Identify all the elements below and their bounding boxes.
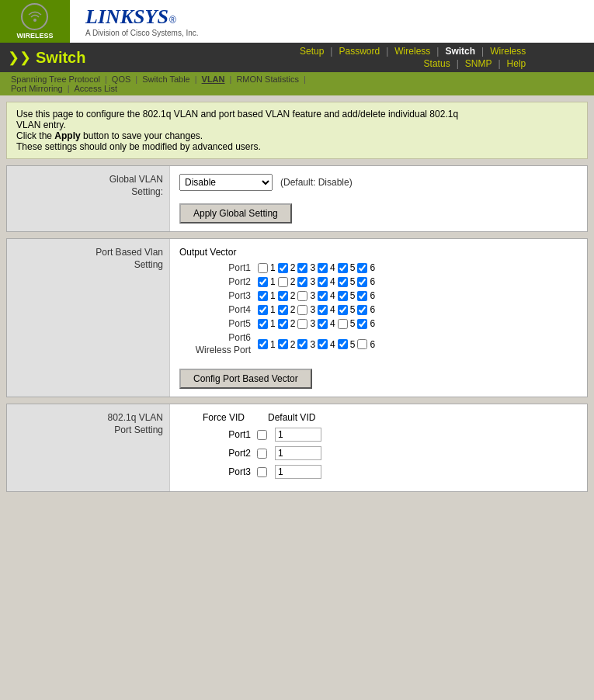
nav-snmp[interactable]: SNMP <box>460 58 497 69</box>
port3-checkboxes: 1 2 3 4 5 6 <box>257 290 375 301</box>
info-box: Use this page to configure the 802.1q VL… <box>6 102 588 159</box>
vlan-port3-default-vid[interactable] <box>275 465 321 479</box>
port5-cb1[interactable] <box>258 319 268 329</box>
svg-point-0 <box>33 19 36 22</box>
port4-checkboxes: 1 2 3 4 5 6 <box>257 304 375 315</box>
table-row: Port1 1 2 3 4 5 6 <box>179 262 578 273</box>
info-line3: Click the Apply button to save your chan… <box>16 130 578 141</box>
info-line1: Use this page to configure the 802.1q VL… <box>16 109 578 120</box>
list-item: Port3 <box>179 465 578 479</box>
nav-password[interactable]: Password <box>334 46 384 57</box>
global-vlan-content: Disable Enable (Default: Disable) Apply … <box>170 166 587 231</box>
vlan-port2-force-checkbox[interactable] <box>257 449 267 459</box>
port6-cb5[interactable] <box>338 339 348 349</box>
port1-cb2[interactable] <box>278 263 288 273</box>
nav-wireless2[interactable]: Wireless <box>485 46 530 57</box>
port5-cb4[interactable] <box>318 319 328 329</box>
logo-sup: ® <box>169 15 176 26</box>
vlan-port3-force-checkbox[interactable] <box>257 467 267 477</box>
vlan-port-section: 802.1q VLAN Port Setting Force VID Defau… <box>6 404 588 492</box>
vlan-port1-force-checkbox[interactable] <box>257 430 267 440</box>
subnav-spanning-tree[interactable]: Spanning Tree Protocol <box>8 75 103 84</box>
port6-cb3[interactable] <box>297 339 307 349</box>
apply-bold: Apply <box>54 130 80 141</box>
port3-label: Port3 <box>179 290 257 301</box>
nav-switch[interactable]: Switch <box>440 46 480 57</box>
port1-cb5[interactable] <box>338 263 348 273</box>
port5-cb3[interactable] <box>297 319 307 329</box>
port5-cb6[interactable] <box>357 319 367 329</box>
port6-cb1[interactable] <box>258 339 268 349</box>
subnav-access-list[interactable]: Access List <box>71 84 120 93</box>
nav-wireless[interactable]: Wireless <box>390 46 435 57</box>
vlan-port2-default-vid[interactable] <box>275 446 321 460</box>
port1-cb4[interactable] <box>318 263 328 273</box>
vlan-port3-label: Port3 <box>179 466 257 477</box>
port3-cb4[interactable] <box>318 291 328 301</box>
vlan-port-label: 802.1q VLAN Port Setting <box>7 404 170 491</box>
nav-links: Setup | Password | Wireless | Switch | W… <box>295 46 530 69</box>
port1-cb3[interactable] <box>297 263 307 273</box>
info-line4: These settings should only be modified b… <box>16 141 578 152</box>
port-based-vlan-section: Port Based Vlan Setting Output Vector Po… <box>6 238 588 397</box>
port1-cb6[interactable] <box>357 263 367 273</box>
port4-cb3[interactable] <box>297 305 307 315</box>
global-vlan-default: (Default: Disable) <box>280 177 353 188</box>
port2-cb3[interactable] <box>297 277 307 287</box>
port5-cb2[interactable] <box>278 319 288 329</box>
table-row: Port4 1 2 3 4 5 6 <box>179 304 578 315</box>
subnav-qos[interactable]: QOS <box>109 75 134 84</box>
subnav-vlan[interactable]: VLAN <box>199 75 228 84</box>
config-port-based-vector-button[interactable]: Config Port Based Vector <box>179 369 312 389</box>
port3-cb6[interactable] <box>357 291 367 301</box>
port4-cb2[interactable] <box>278 305 288 315</box>
logo-brand: LINKSYS <box>85 5 168 29</box>
port3-cb5[interactable] <box>338 291 348 301</box>
subnav-port-mirroring[interactable]: Port Mirroring <box>8 84 66 93</box>
port3-cb1[interactable] <box>258 291 268 301</box>
global-vlan-select[interactable]: Disable Enable <box>179 174 273 191</box>
vlan-port-content: Force VID Default VID Port1 Port2 <box>170 404 587 491</box>
port4-cb6[interactable] <box>357 305 367 315</box>
header-logo: LINKSYS ® A Division of Cisco Systems, I… <box>70 0 214 43</box>
navbar-left: ❯❯ Switch <box>8 49 295 67</box>
port4-cb1[interactable] <box>258 305 268 315</box>
default-vid-col-label: Default VID <box>268 412 315 423</box>
header: WIRELESS LINKSYS ® A Division of Cisco S… <box>0 0 594 43</box>
port5-label: Port5 <box>179 318 257 329</box>
port2-cb1[interactable] <box>258 277 268 287</box>
port6-cb4[interactable] <box>318 339 328 349</box>
port6-cb2[interactable] <box>278 339 288 349</box>
nav-status[interactable]: Status <box>419 58 455 69</box>
port4-cb4[interactable] <box>318 305 328 315</box>
wireless-label: WIRELESS <box>16 32 53 40</box>
apply-global-setting-button[interactable]: Apply Global Setting <box>179 203 292 224</box>
port1-label: Port1 <box>179 262 257 273</box>
subnav-switch-table[interactable]: Switch Table <box>139 75 193 84</box>
vlan-port2-label: Port2 <box>179 448 257 459</box>
port3-cb2[interactable] <box>278 291 288 301</box>
table-row: Port6Wireless Port 1 2 3 4 5 6 <box>179 332 578 356</box>
output-vector-label: Output Vector <box>179 247 578 258</box>
wireless-icon <box>21 3 48 30</box>
port-based-label: Port Based Vlan Setting <box>7 239 170 397</box>
force-vid-col-label: Force VID <box>203 412 245 423</box>
port4-label: Port4 <box>179 304 257 315</box>
port2-cb2[interactable] <box>278 277 288 287</box>
port-based-content: Output Vector Port1 1 2 3 4 5 6 Port2 <box>170 239 587 397</box>
port6-cb6[interactable] <box>357 339 367 349</box>
port1-cb1[interactable] <box>258 263 268 273</box>
port3-cb3[interactable] <box>297 291 307 301</box>
port2-cb4[interactable] <box>318 277 328 287</box>
table-row: Port5 1 2 3 4 5 6 <box>179 318 578 329</box>
port2-cb6[interactable] <box>357 277 367 287</box>
vlan-port1-default-vid[interactable] <box>275 428 321 442</box>
nav-help[interactable]: Help <box>502 58 531 69</box>
nav-setup[interactable]: Setup <box>295 46 328 57</box>
subnav-rmon[interactable]: RMON Statistics <box>233 75 302 84</box>
content-area: Global VLAN Setting: Disable Enable (Def… <box>0 165 594 504</box>
port2-label: Port2 <box>179 276 257 287</box>
port2-cb5[interactable] <box>338 277 348 287</box>
port5-cb5[interactable] <box>338 319 348 329</box>
port4-cb5[interactable] <box>338 305 348 315</box>
